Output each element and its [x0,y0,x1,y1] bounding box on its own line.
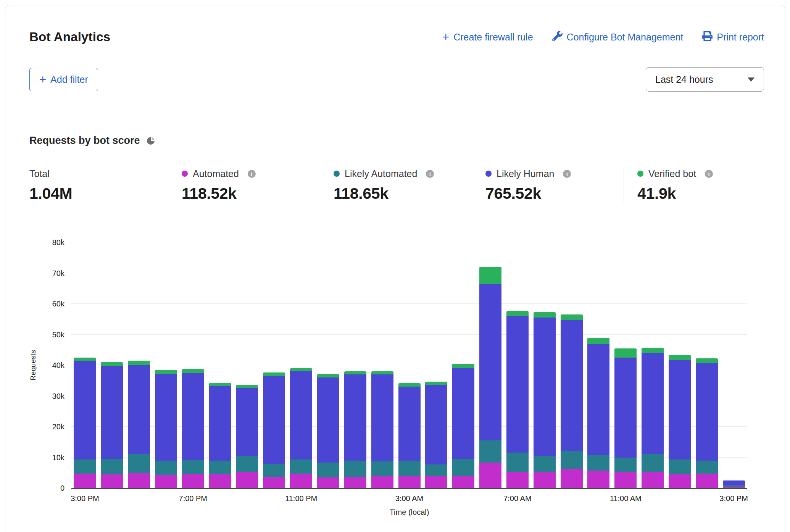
bar-segment [587,455,609,471]
stacked-bar[interactable] [506,242,529,488]
print-report-link[interactable]: Print report [702,31,764,44]
bar-segment [263,376,285,463]
bar-segment [534,318,556,456]
y-tick-label: 20k [37,423,64,430]
bar-segment [425,385,447,464]
bar-segment [669,355,691,360]
add-filter-button[interactable]: + Add filter [29,68,98,91]
stacked-bar[interactable] [452,242,474,488]
info-icon[interactable]: i [248,170,256,178]
bar-segment [534,456,556,472]
stacked-bar[interactable] [344,242,366,488]
stacked-bar[interactable] [534,242,556,488]
stacked-bar[interactable] [669,242,691,488]
x-tick-label: 3:00 AM [395,494,423,503]
stacked-bar[interactable] [209,242,231,488]
stat-automated-label: Automated [193,168,239,179]
bar-segment [290,368,312,371]
bar-segment [344,374,366,460]
stacked-bar[interactable] [236,242,258,488]
header-actions: + Create firewall rule Configure Bot Man… [442,31,764,44]
automated-dot [182,171,188,177]
stacked-bar[interactable] [290,242,312,488]
bar-segment [479,267,501,284]
bar-segment [209,386,231,461]
stacked-bar[interactable] [425,242,447,488]
plus-icon: + [39,74,46,85]
stacked-bar[interactable] [587,242,609,488]
header: Bot Analytics + Create firewall rule Con… [5,5,785,44]
bar-segment [290,459,312,474]
page-title: Bot Analytics [29,30,110,44]
bar-segment [236,472,258,488]
bar-segment [371,476,393,488]
stacked-bar[interactable] [561,242,583,488]
verified-bot-dot [637,171,643,177]
info-icon[interactable]: i [426,170,434,178]
y-axis-title: Requests [29,350,37,380]
stat-likely-human-value: 765.52k [485,185,624,203]
filter-row: + Add filter Last 24 hours [5,44,785,107]
bar-segment [128,365,150,454]
bar-segment [642,454,664,472]
bar-segment [101,362,123,366]
time-range-select[interactable]: Last 24 hours [646,67,764,92]
bar-segment [723,487,745,488]
bar-segment [452,364,474,368]
stacked-bar[interactable] [642,242,664,488]
y-tick-label: 40k [37,361,64,369]
stacked-bar[interactable] [371,242,393,488]
stacked-bar[interactable] [723,242,745,488]
configure-bot-management-label: Configure Bot Management [567,32,684,43]
stacked-bar[interactable] [128,242,150,488]
configure-bot-management-link[interactable]: Configure Bot Management [552,31,684,44]
stat-verified-bot: Verified bot i 41.9k [624,168,764,203]
bar-segment [506,311,529,316]
bar-segment [614,358,637,458]
bar-segment [587,344,609,455]
bar-segment [614,348,637,358]
bar-segment [182,369,204,373]
bar-segment [344,371,366,374]
bar-segment [534,472,556,488]
x-tick-label: 3:00 PM [71,494,99,503]
stacked-bar[interactable] [101,242,123,488]
chevron-down-icon [748,77,755,82]
stacked-bar[interactable] [263,242,285,488]
x-axis-title: Time (local) [390,508,429,517]
bar-segment [155,461,177,475]
info-icon[interactable]: i [563,170,571,178]
bar-segment [425,382,447,385]
y-tick-label: 80k [37,239,64,246]
stacked-bar[interactable] [614,242,637,488]
stat-automated: Automated i 118.52k [168,168,320,203]
stacked-bar[interactable] [479,242,501,488]
stat-total-value: 1.04M [29,185,168,203]
bar-segment [506,453,529,472]
bar-segment [587,471,609,488]
bar-segment [425,476,447,488]
stat-total-label: Total [29,168,50,179]
stat-verified-bot-value: 41.9k [637,185,764,203]
stacked-bar[interactable] [398,242,421,488]
create-firewall-rule-link[interactable]: + Create firewall rule [442,31,533,43]
bar-segment [642,472,664,488]
stacked-bar[interactable] [182,242,204,488]
bar-segment [182,460,204,474]
bar-segment [561,314,583,320]
info-icon[interactable]: i [705,170,713,178]
bar-segment [236,385,258,388]
stacked-bar[interactable] [155,242,177,488]
bar-segment [479,284,501,441]
stat-total: Total 1.04M [29,168,168,203]
bar-segment [317,374,339,378]
stacked-bar[interactable] [696,242,718,488]
time-range-value: Last 24 hours [655,74,713,85]
y-tick-label: 0 [37,484,64,492]
stacked-bar[interactable] [74,242,96,488]
bar-segment [155,475,177,488]
stacked-bar[interactable] [317,242,339,488]
bar-segment [614,458,637,472]
bar-segment [317,463,339,477]
bar-segment [398,476,421,488]
